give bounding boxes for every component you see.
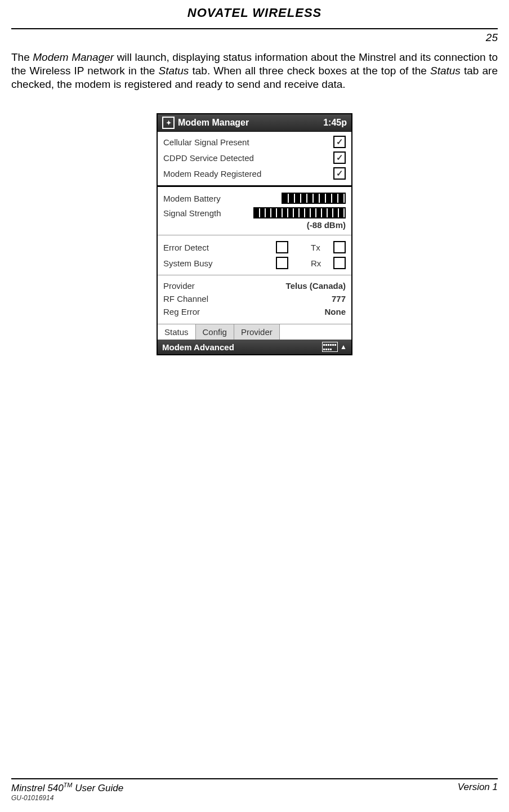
tabs: Status Config Provider — [158, 324, 351, 340]
reg-error-row: Reg Error None — [163, 305, 346, 318]
footer-guide: User Guide — [73, 783, 124, 793]
pda-titlebar: ✦ Modem Manager 1:45p — [158, 114, 351, 132]
footer-rule — [11, 778, 498, 779]
signal-row: Signal Strength — [163, 206, 346, 220]
pda-window: ✦ Modem Manager 1:45p Cellular Signal Pr… — [157, 113, 352, 355]
status-row: Modem Ready Registered ✓ — [163, 166, 346, 181]
chevron-up-icon[interactable]: ▲ — [340, 343, 347, 351]
page-number: 25 — [486, 32, 498, 44]
flags-section: Error Detect Tx System Busy Rx — [158, 237, 351, 273]
error-detect-label: Error Detect — [163, 243, 276, 252]
text: The — [11, 51, 33, 63]
bottom-bar: Modem Advanced ▲ — [158, 340, 351, 354]
tab-provider[interactable]: Provider — [234, 324, 280, 340]
footer-left: Minstrel 540TM User Guide — [11, 782, 123, 794]
status-row: CDPD Service Detected ✓ — [163, 150, 346, 166]
status-label: Cellular Signal Present — [163, 137, 249, 147]
bottom-bar-label: Modem Advanced — [162, 342, 234, 352]
header-rule — [11, 28, 498, 29]
status-row: Cellular Signal Present ✓ — [163, 134, 346, 150]
app-icon: ✦ — [162, 117, 175, 129]
reg-error-value: None — [325, 307, 346, 316]
app-title: Modem Manager — [178, 118, 249, 128]
text-italic: Status — [430, 65, 461, 77]
system-busy-label: System Busy — [163, 258, 276, 268]
rx-label: Rx — [311, 258, 333, 268]
footer-tm: TM — [64, 782, 73, 788]
checkbox-empty-icon[interactable] — [333, 257, 346, 269]
page: NOVATEL WIRELESS 25 The Modem Manager wi… — [0, 0, 509, 812]
meters-section: Modem Battery Signal Strength (-8 — [158, 189, 351, 233]
status-checks-section: Cellular Signal Present ✓ CDPD Service D… — [158, 132, 351, 184]
text-italic: Modem Manager — [33, 51, 114, 63]
body-paragraph: The Modem Manager will launch, displayin… — [11, 51, 498, 91]
info-section: Provider Telus (Canada) RF Channel 777 R… — [158, 277, 351, 320]
checkbox-checked-icon[interactable]: ✓ — [333, 167, 346, 180]
tx-label: Tx — [311, 243, 333, 252]
provider-row: Provider Telus (Canada) — [163, 279, 346, 292]
rf-channel-label: RF Channel — [163, 294, 208, 304]
embedded-screenshot: ✦ Modem Manager 1:45p Cellular Signal Pr… — [0, 113, 509, 355]
rf-channel-row: RF Channel 777 — [163, 292, 346, 305]
checkbox-empty-icon[interactable] — [276, 257, 288, 269]
battery-meter-icon — [282, 193, 346, 204]
clock: 1:45p — [323, 118, 347, 128]
battery-row: Modem Battery — [163, 191, 346, 206]
tab-config[interactable]: Config — [196, 324, 234, 340]
reg-error-label: Reg Error — [163, 307, 200, 316]
text: tab. When all three check boxes at the t… — [189, 65, 430, 77]
footer-product: Minstrel 540 — [11, 783, 64, 793]
signal-meter-icon — [253, 207, 346, 218]
text-italic: Status — [158, 65, 189, 77]
keyboard-icon[interactable] — [322, 342, 338, 352]
divider — [158, 185, 351, 187]
checkbox-checked-icon[interactable]: ✓ — [333, 151, 346, 164]
status-label: CDPD Service Detected — [163, 153, 254, 163]
brand-logo-text: NOVATEL WIRELESS — [187, 6, 322, 20]
brand-logo: NOVATEL WIRELESS — [0, 0, 509, 28]
signal-label: Signal Strength — [163, 208, 253, 218]
checkbox-checked-icon[interactable]: ✓ — [333, 136, 346, 148]
checkbox-empty-icon[interactable] — [333, 241, 346, 253]
tab-status[interactable]: Status — [158, 324, 196, 340]
battery-label: Modem Battery — [163, 194, 282, 203]
divider — [158, 275, 351, 275]
provider-label: Provider — [163, 281, 195, 291]
page-footer: Minstrel 540TM User Guide Version 1 GU-0… — [11, 778, 498, 802]
rf-channel-value: 777 — [332, 294, 346, 304]
status-label: Modem Ready Registered — [163, 169, 261, 179]
footer-version: Version 1 — [458, 782, 498, 794]
signal-dbm: (-88 dBm) — [163, 220, 346, 231]
footer-docid: GU-01016914 — [11, 794, 498, 802]
divider — [158, 235, 351, 235]
provider-value: Telus (Canada) — [286, 281, 346, 291]
checkbox-empty-icon[interactable] — [276, 241, 288, 253]
